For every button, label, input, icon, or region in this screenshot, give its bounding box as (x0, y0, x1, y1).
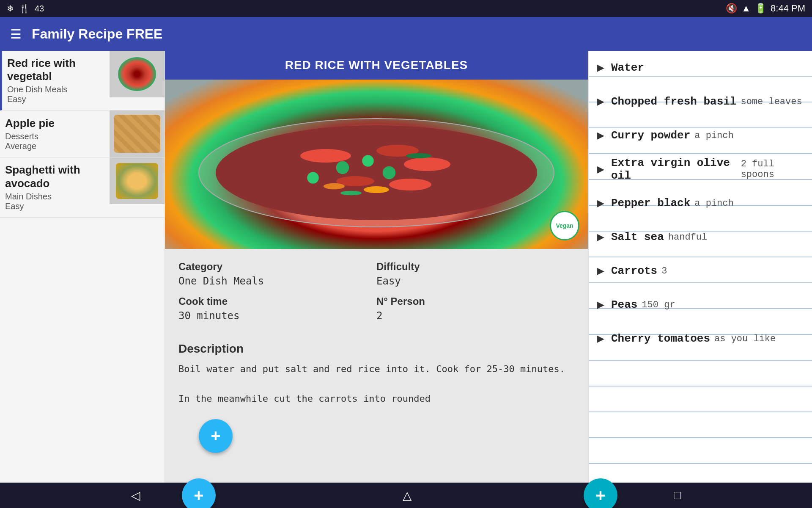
sidebar-item-red-rice-text: Red rice with vegetabl One Dish Meals Ea… (2, 51, 110, 110)
category-label: Category (178, 261, 376, 273)
status-left-icons: ❄ 🍴 43 (7, 3, 44, 14)
ingredient-basil-name: Chopped fresh basil (611, 95, 736, 108)
notification-count: 43 (35, 4, 44, 14)
status-right-icons: 🔇 ▲ 🔋 8:44 PM (726, 3, 805, 14)
snow-icon: ❄ (7, 3, 14, 14)
svg-point-1 (216, 125, 537, 220)
svg-point-2 (300, 149, 351, 163)
svg-point-8 (362, 155, 373, 166)
svg-point-14 (340, 191, 362, 195)
ingredients-panel: ▶ Water ▶ Chopped fresh basil some leave… (588, 51, 812, 483)
ingredient-pepper-amount: a pinch (694, 198, 733, 209)
sidebar-item-spaghetti-image (110, 157, 165, 204)
recipe-description: Description Boil water and put salt and … (165, 334, 588, 415)
ingredient-olive-oil: ▶ Extra virgin olive oil 2 full spoons (589, 152, 812, 186)
sidebar-item-red-rice[interactable]: Red rice with vegetabl One Dish Meals Ea… (0, 51, 165, 110)
arrow-icon-pepper: ▶ (597, 198, 604, 209)
recipe-title: RED RICE WITH VEGETABLES (285, 58, 468, 72)
svg-point-4 (404, 157, 450, 171)
arrow-icon-cherry-tomatoes: ▶ (597, 333, 604, 344)
home-button[interactable]: △ (403, 489, 412, 502)
ingredient-basil-amount: some leaves (741, 97, 802, 107)
arrow-icon-curry: ▶ (597, 130, 604, 141)
sidebar-item-red-rice-title: Red rice with vegetabl (7, 57, 104, 83)
sidebar-item-apple-pie-text: Apple pie Desserts Average (0, 110, 110, 157)
fab-add-left-button[interactable]: + (182, 478, 216, 508)
persons-meta: N° Person 2 (376, 295, 574, 322)
persons-value: 2 (376, 310, 574, 322)
description-text: Boil water and put salt and red rice int… (178, 362, 574, 406)
sidebar-item-apple-pie[interactable]: Apple pie Desserts Average (0, 110, 165, 157)
ingredient-pepper-name: Pepper black (611, 197, 690, 210)
ingredient-cherry-tomatoes-amount: as you like (714, 334, 776, 344)
arrow-icon-peas: ▶ (597, 299, 604, 310)
svg-point-7 (336, 161, 349, 174)
sidebar-item-red-rice-category: One Dish Meals (7, 85, 104, 94)
recipe-meta: Category One Dish Meals Difficulty Easy … (165, 249, 588, 334)
ingredient-cherry-tomatoes: ▶ Cherry tomatoes as you like (589, 322, 812, 356)
ingredient-curry: ▶ Curry powder a pinch (589, 119, 812, 152)
recents-button[interactable]: □ (674, 489, 681, 502)
red-rice-thumbnail (118, 57, 156, 91)
svg-point-10 (307, 172, 318, 183)
svg-point-13 (406, 153, 431, 158)
svg-point-6 (389, 179, 431, 190)
spaghetti-thumbnail (116, 163, 158, 199)
description-title: Description (178, 342, 574, 356)
arrow-icon-salt: ▶ (597, 232, 604, 243)
menu-icon[interactable]: ☰ (10, 27, 22, 41)
arrow-icon-olive-oil: ▶ (597, 164, 604, 175)
ingredient-peas-amount: 150 gr (642, 300, 675, 310)
sidebar-item-spaghetti-text: Spaghetti with avocado Main Dishes Easy (0, 157, 110, 217)
svg-point-9 (383, 166, 395, 179)
fab-add-right-icon: + (595, 486, 605, 505)
sidebar-item-apple-pie-difficulty: Average (5, 141, 104, 151)
fab-add-right-button[interactable]: + (584, 478, 617, 508)
ingredient-salt: ▶ Salt sea handful (589, 220, 812, 254)
sidebar-item-red-rice-difficulty: Easy (7, 94, 104, 104)
ingredient-peas: ▶ Peas 150 gr (589, 288, 812, 322)
mute-icon: 🔇 (726, 3, 737, 14)
sidebar-item-red-rice-image (110, 51, 165, 97)
back-button[interactable]: ◁ (131, 489, 140, 502)
main-layout: Red rice with vegetabl One Dish Meals Ea… (0, 51, 812, 483)
sidebar-item-apple-pie-category: Desserts (5, 132, 104, 141)
vegan-badge: Vegan (550, 211, 579, 240)
bottom-nav: ◁ △ □ (0, 483, 812, 508)
ingredient-pepper: ▶ Pepper black a pinch (589, 186, 812, 220)
ingredient-olive-oil-name: Extra virgin olive oil (611, 157, 737, 182)
ingredient-water: ▶ Water (589, 51, 812, 85)
app-title: Family Recipe FREE (32, 26, 162, 42)
signal-icon: ▲ (741, 3, 751, 14)
cook-time-value: 30 minutes (178, 310, 376, 322)
difficulty-meta: Difficulty Easy (376, 261, 574, 287)
difficulty-value: Easy (376, 275, 574, 287)
ingredient-basil: ▶ Chopped fresh basil some leaves (589, 85, 812, 119)
ingredient-carrots-name: Carrots (611, 265, 657, 277)
sidebar: Red rice with vegetabl One Dish Meals Ea… (0, 51, 165, 483)
sidebar-item-apple-pie-image (110, 110, 165, 157)
fab-add-left-icon: + (194, 486, 203, 505)
category-value: One Dish Meals (178, 275, 376, 287)
difficulty-label: Difficulty (376, 261, 574, 273)
arrow-icon-water: ▶ (597, 62, 604, 73)
sidebar-item-spaghetti-title: Spaghetti with avocado (5, 163, 104, 190)
recipe-header: RED RICE WITH VEGETABLES (165, 51, 588, 80)
ingredient-curry-name: Curry powder (611, 129, 690, 142)
apple-pie-thumbnail (114, 115, 160, 153)
ingredient-water-name: Water (611, 61, 644, 74)
app-bar: ☰ Family Recipe FREE (0, 17, 812, 51)
ingredient-cherry-tomatoes-name: Cherry tomatoes (611, 332, 710, 345)
sidebar-item-spaghetti[interactable]: Spaghetti with avocado Main Dishes Easy (0, 157, 165, 217)
recipe-main-image (165, 80, 588, 249)
arrow-icon-carrots: ▶ (597, 265, 604, 276)
sidebar-item-apple-pie-title: Apple pie (5, 117, 104, 130)
content-area: RED RICE WITH VEGETABLES (165, 51, 588, 483)
cook-time-label: Cook time (178, 295, 376, 307)
arrow-icon-basil: ▶ (597, 96, 604, 107)
persons-label: N° Person (376, 295, 574, 307)
svg-point-11 (364, 186, 389, 193)
sidebar-item-spaghetti-difficulty: Easy (5, 202, 104, 211)
svg-point-12 (324, 183, 345, 189)
fab-button-left[interactable]: + (199, 419, 233, 453)
